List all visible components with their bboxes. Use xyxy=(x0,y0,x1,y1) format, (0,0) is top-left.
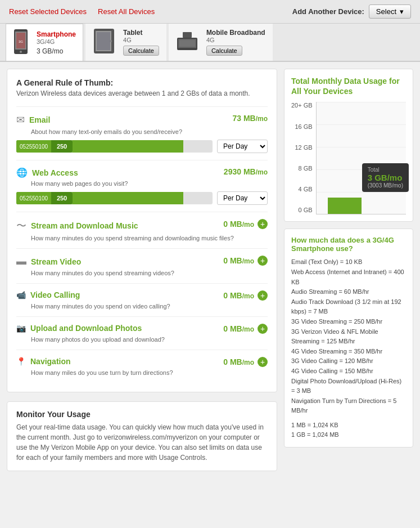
video-title: Stream Video xyxy=(31,257,81,266)
tooltip-value: 3 GB/mo xyxy=(368,173,403,182)
usage-row-photos: 📷 Upload and Download Photos 0 MB/mo + H… xyxy=(16,316,268,350)
info-item: Audio Track Download (3 1/2 min at 192 k… xyxy=(291,297,406,317)
email-subtitle: About how many text-only emails do you s… xyxy=(31,128,268,135)
y-label-0: 0 GB xyxy=(291,207,313,213)
music-subtitle: How many minutes do you spend streaming … xyxy=(31,235,268,241)
email-slider-row: 052550100 250 Per Day Per Week Per Month xyxy=(16,140,268,153)
left-panel: A General Rule of Thumb: Verizon Wireles… xyxy=(7,69,277,392)
top-bar-left: Reset Selected Devices Reset All Devices xyxy=(9,7,155,16)
nav-title: Navigation xyxy=(30,357,71,366)
right-panel: Total Monthly Data Usage for All Your De… xyxy=(284,69,413,471)
y-label-2: 8 GB xyxy=(291,165,313,172)
broadband-info: Mobile Broadband 4G Calculate xyxy=(206,29,265,56)
info-item: 1 GB = 1,024 MB xyxy=(291,430,406,440)
info-item: 4G Video Streaming = 350 MB/hr xyxy=(291,347,406,357)
web-frequency-select[interactable]: Per Day Per Week Per Month xyxy=(217,191,268,205)
email-slider[interactable]: 052550100 250 xyxy=(16,140,213,153)
usage-row-video: ▬ Stream Video 0 MB/mo + How many minute… xyxy=(16,248,268,283)
info-item: Digital Photo Download/Upload (Hi-Res) =… xyxy=(291,377,406,396)
video-value: 0 MB/mo xyxy=(223,256,254,265)
web-slider-row: 052550100 250 Per Day Per Week Per Month xyxy=(16,191,268,205)
web-title: Web Access xyxy=(32,168,78,177)
svg-rect-11 xyxy=(183,32,192,38)
info-item: 1 MB = 1,024 KB xyxy=(291,420,406,431)
email-title-group: ✉ Email xyxy=(16,114,50,126)
email-title: Email xyxy=(29,115,50,124)
info-box: How much data does a 3G/4G Smartphone us… xyxy=(284,229,413,448)
usage-row-nav: 📍 Navigation 0 MB/mo + How many miles do… xyxy=(16,350,268,383)
chart-bar xyxy=(328,198,362,214)
device-tab-smartphone[interactable]: 3G Smartphone 3G/4G 3 GB/mo xyxy=(6,24,83,61)
add-device-select[interactable]: Select ▾ xyxy=(369,5,411,19)
smartphone-subtype: 3G/4G xyxy=(37,38,76,45)
videocall-expand-button[interactable]: + xyxy=(258,290,268,301)
info-item: Navigation Turn by Turn Directions = 5 M… xyxy=(291,396,406,416)
music-title: Stream and Download Music xyxy=(31,221,138,230)
photos-subtitle: How many photos do you upload and downlo… xyxy=(31,336,268,343)
photos-expand-button[interactable]: + xyxy=(258,324,268,334)
photos-icon: 📷 xyxy=(16,324,26,333)
device-tab-tablet[interactable]: Tablet 4G Calculate xyxy=(85,24,166,61)
web-icon: 🌐 xyxy=(16,167,28,178)
info-item: 3G Video Calling = 120 MB/hr xyxy=(291,356,406,366)
videocall-value: 0 MB/mo xyxy=(223,291,254,300)
usage-row-web: 🌐 Web Access 2930 MB/mo How many web pag… xyxy=(16,160,268,212)
main-content: A General Rule of Thumb: Verizon Wireles… xyxy=(0,62,420,478)
broadband-calculate-button[interactable]: Calculate xyxy=(206,46,242,56)
tablet-subtype: 4G xyxy=(123,37,159,43)
rule-of-thumb: A General Rule of Thumb: Verizon Wireles… xyxy=(16,78,268,97)
tooltip-sub: (3003 MB/mo) xyxy=(368,182,403,189)
chart-title: Total Monthly Data Usage for All Your De… xyxy=(291,76,406,96)
chart-tooltip: Total 3 GB/mo (3003 MB/mo) xyxy=(362,163,409,192)
smartphone-icon: 3G xyxy=(13,29,29,56)
broadband-type: Mobile Broadband xyxy=(206,29,265,37)
info-item: Email (Text Only) = 10 KB xyxy=(291,257,406,267)
svg-rect-12 xyxy=(179,40,195,47)
info-item: 3G Video Streaming = 250 MB/hr xyxy=(291,317,406,327)
usage-row-music: 〜 Stream and Download Music 0 MB/mo + Ho… xyxy=(16,212,268,248)
device-tab-broadband[interactable]: Mobile Broadband 4G Calculate xyxy=(169,24,273,61)
usage-row-email: ✉ Email 73 MB/mo About how many text-onl… xyxy=(16,106,268,160)
videocall-title-group: 📹 Video Calling xyxy=(16,290,80,299)
web-value: 2930 MB/mo xyxy=(224,167,268,176)
rule-text: Verizon Wireless data devices average be… xyxy=(16,90,268,97)
music-value: 0 MB/mo xyxy=(223,220,254,229)
info-item: 4G Video Calling = 150 MB/hr xyxy=(291,366,406,377)
top-bar: Reset Selected Devices Reset All Devices… xyxy=(0,0,420,24)
info-list: Email (Text Only) = 10 KB Web Access (In… xyxy=(291,257,406,440)
email-icon: ✉ xyxy=(16,114,25,126)
device-tabs: 3G Smartphone 3G/4G 3 GB/mo Tablet 4G Ca… xyxy=(0,24,420,62)
reset-all-button[interactable]: Reset All Devices xyxy=(98,7,155,16)
y-label-4: 16 GB xyxy=(291,123,313,130)
top-bar-right: Add Another Device: Select ▾ xyxy=(292,5,411,19)
web-title-group: 🌐 Web Access xyxy=(16,167,78,178)
nav-title-group: 📍 Navigation xyxy=(16,357,71,366)
email-value: 73 MB/mo xyxy=(232,114,268,123)
tablet-type: Tablet xyxy=(123,29,159,37)
music-icon: 〜 xyxy=(16,219,26,232)
nav-expand-button[interactable]: + xyxy=(258,357,268,367)
music-expand-button[interactable]: + xyxy=(258,219,268,229)
video-icon: ▬ xyxy=(16,256,26,267)
add-device-label: Add Another Device: xyxy=(292,7,364,16)
monitor-text: Get your real-time data usage. You can q… xyxy=(16,422,268,463)
email-frequency-select[interactable]: Per Day Per Week Per Month xyxy=(217,140,268,153)
reset-selected-button[interactable]: Reset Selected Devices xyxy=(9,7,87,16)
tablet-calculate-button[interactable]: Calculate xyxy=(123,46,159,56)
web-subtitle: How many web pages do you visit? xyxy=(31,180,268,187)
info-title: How much data does a 3G/4G Smartphone us… xyxy=(291,236,406,253)
smartphone-info: Smartphone 3G/4G 3 GB/mo xyxy=(37,30,76,55)
smartphone-usage: 3 GB/mo xyxy=(37,47,76,55)
chevron-down-icon: ▾ xyxy=(400,7,404,16)
web-slider[interactable]: 052550100 250 xyxy=(16,192,213,204)
tablet-info: Tablet 4G Calculate xyxy=(123,29,159,56)
music-title-group: 〜 Stream and Download Music xyxy=(16,219,138,232)
video-expand-button[interactable]: + xyxy=(258,256,268,266)
nav-value: 0 MB/mo xyxy=(223,357,254,366)
monitor-box: Monitor Your Usage Get your real-time da… xyxy=(7,401,277,471)
info-item: Audio Streaming = 60 MB/hr xyxy=(291,287,406,297)
nav-subtitle: How many miles do you use turn by turn d… xyxy=(31,369,268,376)
monitor-title: Monitor Your Usage xyxy=(16,410,268,419)
svg-rect-8 xyxy=(97,32,110,50)
broadband-icon xyxy=(176,32,198,52)
